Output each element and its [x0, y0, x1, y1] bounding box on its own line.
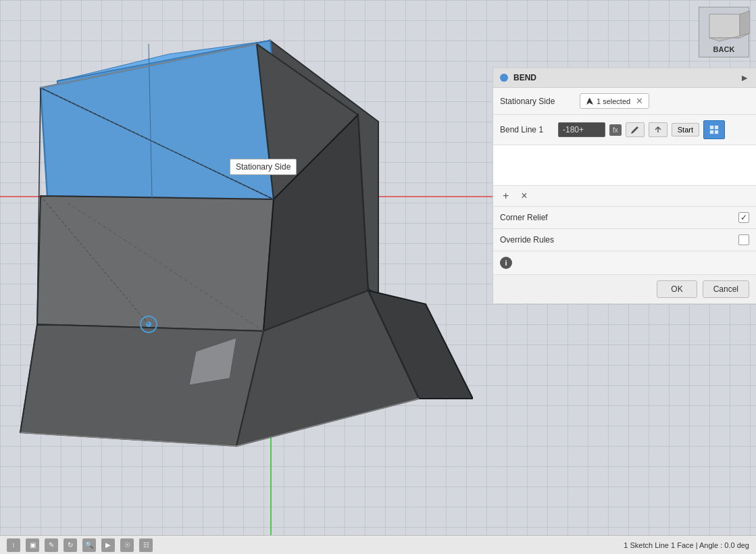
grid-icon	[709, 124, 719, 135]
bend-line-row: Bend Line 1 fx Start	[493, 115, 756, 145]
pencil-button[interactable]	[626, 122, 645, 137]
wireframe-icon[interactable]: ☉	[120, 538, 134, 552]
selected-button[interactable]: ⮝ 1 selected ✕	[580, 93, 649, 109]
svg-rect-32	[715, 126, 718, 129]
zoom-icon[interactable]: 🔍	[82, 538, 96, 552]
bend-angle-input[interactable]	[558, 122, 605, 137]
pencil-icon	[630, 125, 640, 134]
override-rules-label: Override Rules	[500, 235, 732, 245]
panel-header: BEND ►	[493, 68, 756, 88]
add-bend-button[interactable]: +	[500, 190, 511, 202]
active-toggle-button[interactable]	[703, 120, 725, 139]
corner-relief-checkbox[interactable]: ✓	[738, 212, 749, 223]
pan-icon[interactable]: ✎	[45, 538, 58, 552]
info-icon: i	[500, 257, 512, 269]
status-text: 1 Sketch Line 1 Face | Angle : 0.0 deg	[624, 541, 749, 549]
move-tool-icon[interactable]: ↕	[7, 538, 20, 552]
svg-rect-33	[710, 130, 713, 134]
svg-rect-31	[710, 126, 713, 129]
fx-button[interactable]: fx	[609, 124, 622, 136]
stationary-side-row: Stationary Side ⮝ 1 selected ✕	[493, 88, 756, 115]
origin-icon[interactable]: ▣	[26, 538, 39, 552]
grid-icon[interactable]: ☷	[139, 538, 153, 552]
nav-cube-svg	[699, 7, 750, 48]
bend-panel: BEND ► Stationary Side ⮝ 1 selected ✕ Be…	[493, 68, 756, 303]
stationary-side-label: Stationary Side	[500, 97, 574, 106]
add-remove-row: + ×	[493, 186, 756, 207]
orbit-icon[interactable]: ↻	[64, 538, 77, 552]
bend-line-label: Bend Line 1	[500, 125, 554, 134]
override-rules-row: Override Rules	[493, 229, 756, 251]
bend-lines-list-area	[493, 145, 756, 186]
ok-button[interactable]: OK	[657, 280, 697, 298]
corner-relief-row: Corner Relief ✓	[493, 207, 756, 229]
panel-dot	[500, 74, 508, 82]
view-icon[interactable]: ▶	[101, 538, 115, 552]
status-bar: ↕ ▣ ✎ ↻ 🔍 ▶ ☉ ☷ 1 Sketch Line 1 Face | A…	[0, 535, 756, 554]
svg-marker-5	[41, 44, 274, 199]
corner-relief-label: Corner Relief	[500, 213, 732, 222]
svg-marker-7	[37, 196, 274, 331]
flip-button[interactable]	[649, 122, 667, 137]
cancel-button[interactable]: Cancel	[703, 280, 749, 298]
3d-shape	[0, 0, 473, 473]
remove-bend-button[interactable]: ×	[518, 190, 530, 202]
override-rules-checkbox[interactable]	[738, 234, 749, 245]
ok-cancel-row: OK Cancel	[493, 274, 756, 303]
panel-title: BEND	[513, 73, 734, 82]
close-selected-icon[interactable]: ✕	[636, 96, 643, 106]
start-button[interactable]: Start	[672, 123, 699, 136]
flip-icon	[653, 125, 663, 134]
navigation-cube[interactable]: BACK	[699, 7, 749, 57]
cursor-icon: ⮝	[586, 97, 594, 106]
panel-expand-icon[interactable]: ►	[740, 72, 749, 83]
nav-cube-label: BACK	[713, 45, 735, 53]
svg-rect-34	[715, 130, 718, 134]
info-row: i	[493, 251, 756, 274]
svg-marker-28	[709, 14, 740, 38]
selected-count-text: 1 selected	[597, 97, 630, 105]
